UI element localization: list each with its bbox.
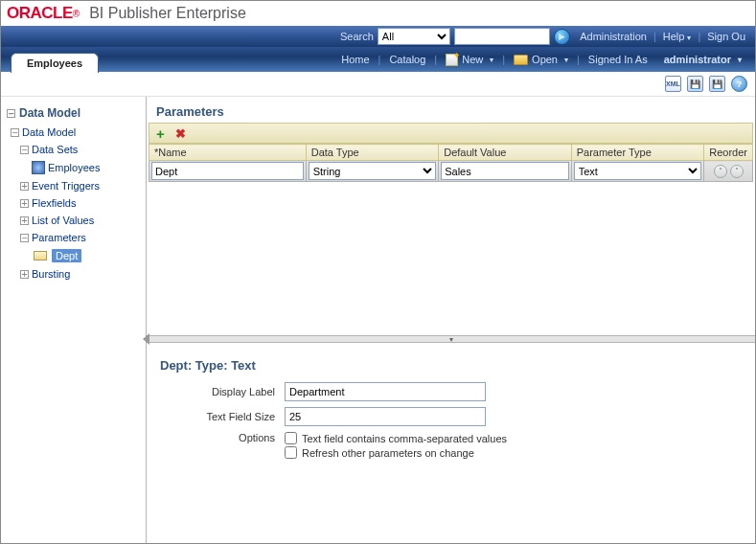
save-as-icon[interactable]: 💾 [709,76,725,92]
sign-out-link[interactable]: Sign Ou [703,31,749,42]
folder-icon [514,55,528,65]
tree-parameters[interactable]: −Parameters [16,229,140,246]
cell-dtype-select[interactable]: String [309,162,437,180]
tree-data-set-employees[interactable]: Employees [28,158,140,177]
tab-employees[interactable]: Employees [11,53,99,73]
search-label: Search [340,31,374,42]
param-icon [34,251,47,261]
global-header: Search All ▶ Administration | Help | Sig… [1,26,755,47]
xml-icon[interactable]: XML [665,76,681,92]
tree-param-dept[interactable]: Dept [16,246,140,265]
col-parameter-type[interactable]: Parameter Type [571,145,704,161]
options-label: Options [160,432,285,443]
help-icon[interactable]: ? [731,76,747,92]
col-reorder: Reorder [704,145,753,161]
col-default-value[interactable]: Default Value [439,145,572,161]
move-down-icon[interactable]: ˅ [730,165,744,178]
tree-data-sets[interactable]: −Data Sets [16,141,140,158]
text-size-input[interactable] [285,407,486,426]
tree-bursting[interactable]: +Bursting [16,265,140,283]
home-link[interactable]: Home [337,54,373,65]
display-label-label: Display Label [160,386,285,397]
cell-ptype-select[interactable]: Text [574,162,702,180]
col-data-type[interactable]: Data Type [306,145,439,161]
section-title-parameters: Parameters [147,97,755,123]
splitter[interactable] [147,335,755,343]
tree-event-triggers[interactable]: +Event Triggers [16,177,140,194]
search-input[interactable] [454,28,550,45]
splitter-collapse-icon[interactable] [143,333,149,345]
tree-lov[interactable]: +List of Values [16,212,140,229]
signed-in-label: Signed In As [584,54,658,65]
new-menu[interactable]: New [442,54,497,66]
text-size-label: Text Field Size [160,411,285,422]
opt-comma-checkbox[interactable] [285,432,297,444]
app-title: BI Publisher Enterprise [89,5,246,22]
search-go-button[interactable]: ▶ [554,29,570,45]
save-icon[interactable]: 💾 [687,76,703,92]
sidebar: − Data Model −Data Model −Data Sets Empl… [1,97,147,543]
dataset-icon [32,161,45,174]
catalog-link[interactable]: Catalog [385,54,429,65]
administration-link[interactable]: Administration [576,31,651,42]
detail-title: Dept: Type: Text [160,358,742,373]
move-up-icon[interactable]: ˄ [714,165,727,178]
add-icon[interactable]: + [153,125,168,142]
help-menu[interactable]: Help [659,31,696,42]
display-label-input[interactable] [285,382,486,401]
oracle-logo: ORACLE [7,4,73,23]
detail-pane: Dept: Type: Text Display Label Text Fiel… [147,343,755,482]
opt-comma-row[interactable]: Text field contains comma-separated valu… [285,432,507,444]
brand-bar: ORACLE® BI Publisher Enterprise [1,1,755,26]
editor-toolbar: XML 💾 💾 ? [1,72,755,97]
main-area: − Data Model −Data Model −Data Sets Empl… [1,97,755,543]
content: Parameters + ✖ *Name Data Type Default V… [147,97,755,543]
user-menu[interactable]: administrator [660,54,745,65]
col-name[interactable]: *Name [149,145,307,161]
cell-default-input[interactable] [441,162,569,180]
parameters-table: *Name Data Type Default Value Parameter … [149,144,753,182]
tree-flexfields[interactable]: +Flexfields [16,194,140,212]
tree: −Data Model −Data Sets Employees +Event … [7,124,140,283]
opt-refresh-checkbox[interactable] [285,446,297,459]
collapse-icon[interactable]: − [7,109,15,118]
table-row[interactable]: String Text ˄ ˅ [149,161,753,182]
cell-name-input[interactable] [151,162,304,180]
tab-strip: Employees Home | Catalog | New | Open | … [1,47,755,72]
search-scope-select[interactable]: All [378,28,450,45]
tree-root[interactable]: −Data Model [7,124,140,141]
delete-icon[interactable]: ✖ [173,126,188,141]
opt-refresh-row[interactable]: Refresh other parameters on change [285,446,507,459]
new-icon [446,54,458,66]
panel-header-data-model: − Data Model [7,104,140,124]
open-menu[interactable]: Open [510,54,572,65]
grid-toolbar: + ✖ [149,123,753,144]
oracle-reg: ® [73,9,80,19]
